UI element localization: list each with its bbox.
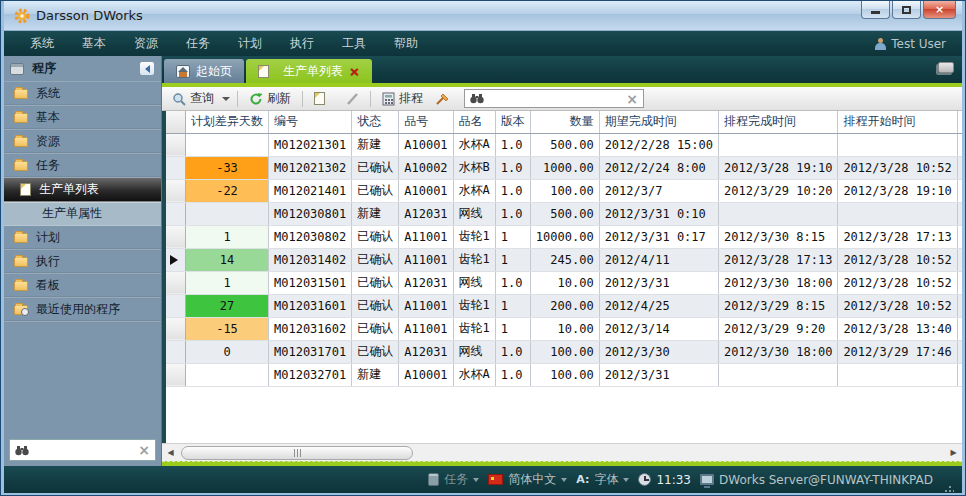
cell-qty: 500.00 — [530, 202, 599, 225]
menu-item-task[interactable]: 任务 — [172, 32, 224, 55]
menu-items: 系统基本资源任务计划执行工具帮助 — [16, 32, 432, 55]
status-language-menu[interactable]: 简体中文 — [488, 471, 567, 488]
row-selector[interactable] — [166, 248, 186, 271]
column-header[interactable]: 品号 — [399, 111, 453, 133]
scroll-left-icon[interactable]: ◀ — [162, 445, 179, 461]
resize-grip[interactable] — [944, 483, 954, 493]
toolbar-search-clear-icon[interactable]: × — [626, 92, 638, 106]
sidebar-item-recent-programs[interactable]: 最近使用的程序 — [4, 298, 161, 322]
tab-production-order-list[interactable]: 生产单列表× — [246, 59, 372, 83]
cell-status: 已确认 — [352, 156, 399, 179]
row-selector[interactable] — [166, 179, 186, 202]
sidebar-item-resource[interactable]: 资源 — [4, 130, 161, 154]
horizontal-scrollbar[interactable]: ◀ ▶ — [162, 443, 962, 461]
row-selector[interactable] — [166, 340, 186, 363]
table-row[interactable]: -33M012021302已确认A10002水杯B1.01000.002012/… — [166, 156, 962, 179]
sidebar-item-plan[interactable]: 计划 — [4, 226, 161, 250]
table-row[interactable]: 27M012031601已确认A11001齿轮11200.002012/4/25… — [166, 294, 962, 317]
sidebar-item-production-order-list[interactable]: 生产单列表 — [4, 178, 161, 202]
sidebar-search-input[interactable] — [34, 443, 133, 457]
toolbar-search-input[interactable] — [489, 92, 621, 106]
table-row[interactable]: 1M012031501已确认A12031网线1.010.002012/3/312… — [166, 271, 962, 294]
sidebar-collapse-button[interactable] — [139, 61, 155, 76]
table-row[interactable]: M012032701新建A10001水杯A1.0100.002012/3/31 — [166, 363, 962, 386]
schedule-button[interactable]: 排程 — [378, 88, 427, 109]
close-button[interactable]: × — [923, 1, 956, 19]
table-row[interactable]: M012021301新建A10001水杯A1.0500.002012/2/28 … — [166, 133, 962, 156]
scrollbar-thumb[interactable] — [181, 446, 413, 460]
menu-item-help[interactable]: 帮助 — [380, 32, 432, 55]
tab-list-icon[interactable] — [938, 62, 954, 73]
tab-close-icon[interactable]: × — [349, 64, 360, 79]
row-selector[interactable] — [166, 133, 186, 156]
cell-item-no: A12031 — [399, 340, 453, 363]
status-font-menu[interactable]: A: 字体 — [576, 471, 629, 488]
table-row[interactable]: 14M012031402已确认A11001齿轮11245.002012/4/11… — [166, 248, 962, 271]
column-header[interactable]: 编号 — [269, 111, 352, 133]
cell-plan-diff-days: 27 — [186, 294, 269, 317]
menu-item-execute[interactable]: 执行 — [276, 32, 328, 55]
cell-extra — [957, 317, 962, 340]
column-header[interactable]: 排程完成时间 — [719, 111, 838, 133]
column-header[interactable]: 状态 — [352, 111, 399, 133]
cell-plan-diff-days — [186, 133, 269, 156]
status-task-menu[interactable]: 任务 — [428, 471, 479, 488]
cell-version: 1.0 — [495, 133, 530, 156]
new-button[interactable] — [310, 90, 337, 107]
maximize-button[interactable] — [892, 1, 921, 19]
refresh-button[interactable]: 刷新 — [245, 88, 295, 109]
column-header[interactable]: 期望完成时间 — [599, 111, 718, 133]
refresh-label: 刷新 — [267, 90, 291, 107]
column-header[interactable]: 版本 — [495, 111, 530, 133]
tab-label: 生产单列表 — [283, 63, 343, 80]
sidebar-item-kanban[interactable]: 看板 — [4, 274, 161, 298]
sidebar-search-clear-icon[interactable]: × — [138, 443, 150, 457]
column-header[interactable]: 数量 — [530, 111, 599, 133]
column-header[interactable]: 排程开始时间 — [838, 111, 957, 133]
sidebar-item-label: 资源 — [36, 133, 60, 150]
table-row[interactable]: M012030801新建A12031网线1.0500.002012/3/31 0… — [166, 202, 962, 225]
cell-sched-end — [719, 202, 838, 225]
row-selector[interactable] — [166, 294, 186, 317]
query-dropdown-icon[interactable] — [222, 97, 230, 105]
scroll-right-icon[interactable]: ▶ — [945, 445, 962, 461]
row-selector[interactable] — [166, 317, 186, 340]
search-icon — [172, 92, 186, 106]
cell-version: 1 — [495, 248, 530, 271]
menu-item-system[interactable]: 系统 — [16, 32, 68, 55]
table-row[interactable]: 1M012030802已确认A11001齿轮1110000.002012/3/3… — [166, 225, 962, 248]
clean-button[interactable] — [431, 90, 454, 108]
menu-item-plan[interactable]: 计划 — [224, 32, 276, 55]
current-user[interactable]: Test User — [875, 37, 950, 51]
menu-item-tools[interactable]: 工具 — [328, 32, 380, 55]
table-row[interactable]: -15M012031602已确认A11001齿轮1110.002012/3/14… — [166, 317, 962, 340]
sidebar-item-production-order-props[interactable]: 生产单属性 — [4, 202, 161, 226]
row-selector[interactable] — [166, 225, 186, 248]
sidebar-item-system[interactable]: 系统 — [4, 82, 161, 106]
toolbar-separator — [237, 91, 238, 107]
row-selector[interactable] — [166, 271, 186, 294]
row-selector[interactable] — [166, 202, 186, 225]
column-header[interactable]: 品名 — [453, 111, 495, 133]
menu-item-resource[interactable]: 资源 — [120, 32, 172, 55]
maximize-icon — [902, 6, 911, 14]
cell-version: 1.0 — [495, 363, 530, 386]
cell-code: M012031601 — [269, 294, 352, 317]
table-row[interactable]: -22M012021401已确认A10001水杯A1.0100.002012/3… — [166, 179, 962, 202]
column-header[interactable]: 前 — [957, 111, 962, 133]
cell-sched-end: 2012/3/30 18:00 — [719, 271, 838, 294]
row-selector[interactable] — [166, 363, 186, 386]
row-selector[interactable] — [166, 156, 186, 179]
sidebar-item-basic[interactable]: 基本 — [4, 106, 161, 130]
menu-item-basic[interactable]: 基本 — [68, 32, 120, 55]
sidebar-item-execute[interactable]: 执行 — [4, 250, 161, 274]
tab-home[interactable]: 起始页 — [164, 59, 244, 83]
sidebar-item-task[interactable]: 任务 — [4, 154, 161, 178]
column-header[interactable]: 计划差异天数 — [186, 111, 269, 133]
cell-sched-start — [838, 202, 957, 225]
table-row[interactable]: 0M012031701已确认A12031网线1.0100.002012/3/30… — [166, 340, 962, 363]
scrollbar-track[interactable] — [179, 445, 945, 461]
minimize-button[interactable] — [861, 1, 890, 19]
query-button[interactable]: 查询 — [168, 88, 218, 109]
edit-button[interactable] — [341, 90, 363, 108]
